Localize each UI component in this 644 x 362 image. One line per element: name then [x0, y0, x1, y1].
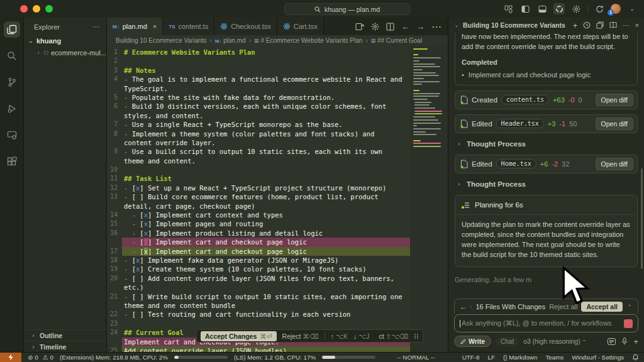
timeline-section[interactable]: › Timeline	[24, 341, 106, 352]
editor-line[interactable]: content override layer.	[107, 138, 410, 147]
open-diff-button[interactable]: Open diff	[596, 94, 633, 106]
editor-line[interactable]: 20- [ ] Add content override layer (JSON…	[107, 274, 410, 283]
editor-line[interactable]: 8- Implement a theme system (color palet…	[107, 129, 410, 138]
partial-reject-button[interactable]: ct ⇧⌥⌫	[379, 332, 408, 340]
accept-changes-button[interactable]: Accept Changes⌘⏎	[201, 331, 277, 341]
tree-root-khuang[interactable]: ⌄ khuang	[24, 35, 106, 47]
tab-Cart.tsx[interactable]: Cart.tsx	[277, 18, 324, 35]
editor-layout-icon[interactable]	[596, 21, 604, 29]
more-actions-icon[interactable]: ⋯	[623, 21, 630, 29]
editor-line[interactable]: 4- The goal is to implement a functional…	[107, 75, 410, 84]
editor-line[interactable]: 1# Ecommerce Website Variants Plan	[107, 48, 410, 57]
editor-line[interactable]: 3## Notes	[107, 66, 410, 75]
language-mode-indicator[interactable]: {} Markdown	[503, 354, 537, 361]
account-chevron-icon[interactable]: ⌄	[626, 3, 638, 14]
mic-icon[interactable]	[621, 337, 628, 345]
editor-line[interactable]: etc.)	[107, 283, 410, 292]
editor-line[interactable]: styles, and content.	[107, 111, 410, 120]
back-icon[interactable]: ←	[401, 22, 409, 31]
outline-section[interactable]: › Outline	[24, 329, 106, 341]
extensions-resource-usage[interactable]: (Extensions) Mem: 218.9 MB, CPU: 2%	[60, 354, 168, 361]
file-name-chip[interactable]: Header.tsx	[496, 119, 544, 128]
toggle-sidebar-icon[interactable]	[519, 3, 531, 14]
editor-line[interactable]: theme and content.	[107, 156, 410, 165]
editor-line[interactable]: - [ ] Implement cart and checkout page l…	[107, 238, 410, 246]
teams-indicator[interactable]: Teams	[545, 354, 564, 361]
editor-line[interactable]: 21- [ ] Write build script to output 10 …	[107, 292, 410, 301]
chat-input[interactable]: Ask anything (⌘L), @ to mention, / for w…	[454, 314, 638, 332]
more-actions-icon[interactable]: ⋯	[431, 21, 441, 33]
language-server-resource-usage[interactable]: (LS) Mem: 1.2 GB, CPU: 17%	[234, 354, 316, 361]
toggle-panel-icon[interactable]	[536, 3, 548, 14]
close-icon[interactable]: ×	[153, 23, 157, 30]
open-preview-icon[interactable]	[355, 23, 364, 31]
minimap[interactable]	[410, 45, 448, 352]
cascade-icon[interactable]	[553, 3, 565, 14]
breadcrumb[interactable]: Building 10 Ecommerce Variants›M↓ plan.m…	[107, 35, 448, 45]
prev-change-button[interactable]: ↑ ⌥K	[331, 332, 348, 340]
history-icon[interactable]	[583, 21, 591, 29]
zoom-window-button[interactable]	[45, 5, 53, 13]
editor-line[interactable]: 22- [ ] Test routing and cart functional…	[107, 310, 410, 319]
back-icon[interactable]: ←	[460, 303, 467, 310]
breadcrumb-item[interactable]: M↓ plan.md	[215, 37, 246, 44]
editor-line[interactable]: 17 - [x] Implement cart and checkout pag…	[107, 247, 410, 256]
editor-line[interactable]: 19- [x] Create theme system (10 color pa…	[107, 265, 410, 273]
minimize-window-button[interactable]	[33, 5, 40, 13]
settings-gear-icon[interactable]	[570, 3, 582, 14]
tab-content.ts[interactable]: TScontent.ts	[163, 18, 214, 35]
sidebar-item-run-debug[interactable]	[4, 101, 20, 117]
add-icon[interactable]: +	[633, 337, 638, 346]
file-name-chip[interactable]: Home.tsx	[496, 159, 536, 168]
open-diff-button[interactable]: Open diff	[596, 158, 633, 170]
grip-icon[interactable]	[414, 333, 419, 339]
settings-gear-icon[interactable]	[371, 23, 379, 31]
thought-process-toggle[interactable]: ›Thought Process	[456, 140, 636, 148]
queue-icon[interactable]	[608, 338, 616, 345]
file-name-chip[interactable]: content.ts	[501, 95, 549, 104]
account-avatar[interactable]: 1	[611, 4, 621, 14]
tab-Checkout.tsx[interactable]: Checkout.tsx	[214, 18, 277, 35]
remote-indicator[interactable]	[0, 353, 21, 362]
editor-line[interactable]: 16 - [x] Implement product listing and d…	[107, 229, 410, 238]
chat-mode-toggle[interactable]: Chat	[496, 337, 519, 346]
close-panel-icon[interactable]: ×	[635, 21, 639, 29]
thought-process-toggle[interactable]: ›Thought Process	[456, 180, 636, 188]
editor-line[interactable]: 7- Use a single React + TypeScript monor…	[107, 120, 410, 129]
problems-indicator[interactable]: ⊘0 ⚠0	[28, 354, 53, 361]
editor-line[interactable]: TypeScript.	[107, 84, 410, 93]
editor-line[interactable]: detail, cart page, checkout page)	[107, 202, 410, 211]
breadcrumb-item[interactable]: ⊞ # Ecommerce Website Variants Plan	[254, 37, 362, 44]
editor-line[interactable]: 23	[107, 319, 410, 328]
write-mode-toggle[interactable]: Write	[454, 336, 491, 347]
chevron-down-icon[interactable]: ⌄	[453, 22, 460, 28]
sync-icon[interactable]	[594, 3, 605, 14]
reject-changes-button[interactable]: Reject ⌘⌫	[282, 332, 319, 340]
sidebar-item-search[interactable]	[4, 48, 20, 64]
panel-scrollbar[interactable]	[641, 168, 643, 269]
breadcrumb-item[interactable]: Building 10 Ecommerce Variants	[116, 37, 206, 44]
editor-line[interactable]: 9- Use a build script to output 10 stati…	[107, 147, 410, 156]
eol-indicator[interactable]: LF	[487, 354, 494, 361]
next-change-button[interactable]: ↓ ⌥J	[353, 332, 370, 340]
editor-line[interactable]: 5- Populate the site with fake data for …	[107, 93, 410, 102]
editor-line[interactable]: 15 - [x] Implement pages and routing	[107, 219, 410, 228]
new-conversation-icon[interactable]: +	[573, 21, 578, 30]
editor-line[interactable]: 14 - [x] Implement cart context and type…	[107, 211, 410, 219]
editor-line[interactable]: 25Add content override layer (JSON bundl…	[107, 346, 410, 352]
editor-line[interactable]: 2	[107, 57, 410, 65]
editor-line[interactable]: 10	[107, 165, 410, 174]
breadcrumb-item[interactable]: ⊞ ## Current Goal	[371, 37, 422, 44]
editor-line[interactable]: theme and one content bundle	[107, 301, 410, 310]
sidebar-item-explorer[interactable]	[4, 21, 20, 38]
tab-plan.md[interactable]: M↓plan.md×	[107, 18, 163, 35]
command-center-search[interactable]: khuang — plan.md	[284, 3, 410, 15]
split-editor-icon[interactable]	[386, 23, 394, 31]
model-selector[interactable]: o3 (high reasoning) ⌃	[523, 337, 586, 345]
encoding-indicator[interactable]: UTF-8	[462, 354, 480, 361]
customize-layout-icon[interactable]	[502, 3, 514, 14]
sidebar-item-source-control[interactable]	[4, 74, 20, 90]
stop-generating-button[interactable]	[624, 319, 633, 328]
sidebar-more-icon[interactable]: ⋯	[92, 23, 100, 31]
docs-book-icon[interactable]	[609, 21, 617, 29]
